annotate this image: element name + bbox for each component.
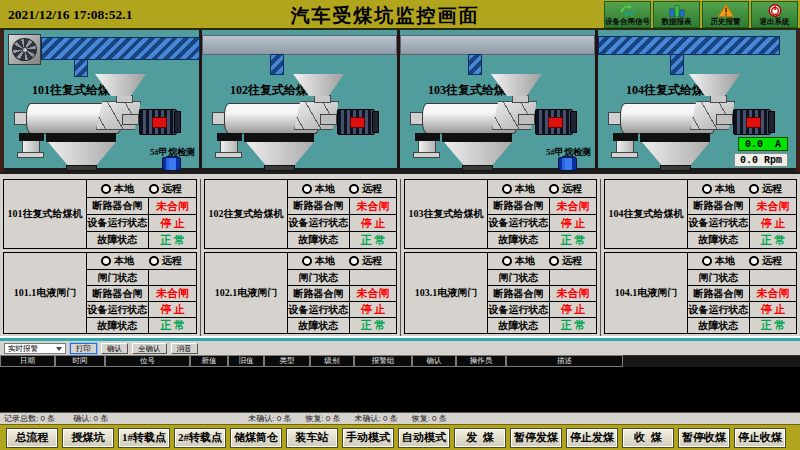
history-alarm-button[interactable]: 历史报警 [702,1,749,28]
radio-circle-icon[interactable] [749,256,759,266]
radio-circle-icon[interactable] [549,256,559,266]
pause-receive-coal-button[interactable]: 暂停收煤 [678,428,730,448]
feeder-panel-104: 104往复式给煤机 0.0 A 0.0 Rpm [598,30,796,172]
nav-silo-button[interactable]: 储煤筒仓 [230,428,282,448]
status-label: 设备运行状态 [687,301,749,317]
remote-radio[interactable]: 远程 [349,182,382,196]
send-coal-button[interactable]: 发 煤 [454,428,506,448]
nav-transfer1-button[interactable]: 1#转载点 [118,428,170,448]
status-value: 正 常 [549,231,596,248]
coupler [518,114,535,125]
feeder-panel-102: 102往复式给煤机 [202,30,400,172]
auto-mode-button[interactable]: 自动模式 [398,428,450,448]
nav-transfer2-button[interactable]: 2#转载点 [174,428,226,448]
status-value: 未合闸 [549,197,596,214]
local-radio[interactable]: 本地 [101,182,134,196]
status-value: 未合闸 [749,285,796,301]
alarm-list-area[interactable] [0,367,800,412]
radio-circle-icon[interactable] [549,184,559,194]
radio-circle-icon[interactable] [502,184,512,194]
nav-overview-button[interactable]: 总流程 [6,428,58,448]
status-label: 设备运行状态 [287,301,349,317]
status-label: 设备运行状态 [487,301,549,317]
discharge-hopper [48,142,116,167]
local-radio[interactable]: 本地 [702,182,735,196]
device-close-signal-button[interactable]: 设备合闸信号 [604,1,651,28]
feeder-status-block: 101往复式给煤机 本地 远程 断路器合闸 未合闸 设备运行状态 停 止 故障状… [3,179,197,249]
radio-circle-icon[interactable] [149,184,159,194]
data-report-button[interactable]: 数据报表 [653,1,700,28]
remote-radio[interactable]: 远程 [149,254,182,268]
discharge-outlet [264,165,295,171]
nav-coal-pit-button[interactable]: 授煤坑 [62,428,114,448]
status-label: 设备运行状态 [86,301,148,317]
status-value [749,269,796,285]
receive-coal-button[interactable]: 收 煤 [622,428,674,448]
remote-radio[interactable]: 远程 [349,254,382,268]
stop-send-coal-button[interactable]: 停止发煤 [566,428,618,448]
status-value: 正 常 [148,317,196,333]
stop-receive-coal-button[interactable]: 停止收煤 [734,428,786,448]
remote-radio[interactable]: 远程 [749,254,782,268]
radio-circle-icon[interactable] [702,184,712,194]
print-button[interactable]: 打印 [70,343,97,354]
motor-indicator [746,117,761,128]
exit-system-button[interactable]: 退出系统 [751,1,798,28]
hopper-neck [116,95,133,103]
radio-circle-icon[interactable] [101,256,111,266]
alarm-filter-dropdown[interactable]: 实时报警 [4,343,66,354]
radio-circle-icon[interactable] [101,184,111,194]
local-radio[interactable]: 本地 [702,254,735,268]
status-label: 故障状态 [287,231,349,248]
radio-circle-icon[interactable] [302,256,312,266]
radio-circle-icon[interactable] [349,256,359,266]
local-radio[interactable]: 本地 [101,254,134,268]
status-column-101: 101往复式给煤机 本地 远程 断路器合闸 未合闸 设备运行状态 停 止 故障状… [0,179,200,336]
remote-radio[interactable]: 远程 [549,254,582,268]
local-radio[interactable]: 本地 [302,254,335,268]
mode-select-row: 本地 远程 [487,180,596,197]
ack-all-button[interactable]: 全确认 [132,343,167,354]
discharge-outlet [462,165,493,171]
motor-cap [570,111,577,133]
radio-circle-icon[interactable] [502,256,512,266]
device-name: 104.1电液闸门 [605,253,687,333]
status-label: 故障状态 [86,317,148,333]
radio-circle-icon[interactable] [302,184,312,194]
manual-mode-button[interactable]: 手动模式 [342,428,394,448]
local-radio[interactable]: 本地 [302,182,335,196]
pause-send-coal-button[interactable]: 暂停发煤 [510,428,562,448]
remote-radio[interactable]: 远程 [749,182,782,196]
radio-circle-icon[interactable] [149,256,159,266]
hopper-neck [314,95,331,103]
clamp-band [415,133,440,141]
local-radio[interactable]: 本地 [502,182,535,196]
column-header: 操作员 [456,355,506,367]
motor-indicator [152,117,167,128]
status-label: 设备运行状态 [287,214,349,231]
status-value: 停 止 [749,301,796,317]
remote-radio[interactable]: 远程 [549,182,582,196]
radio-circle-icon[interactable] [702,256,712,266]
alarm-count-item: 未确认: 0 条 [248,413,291,424]
status-value: 正 常 [749,231,796,248]
remote-radio[interactable]: 远程 [149,182,182,196]
mode-select-row: 本地 远程 [687,180,796,197]
status-column-103: 103往复式给煤机 本地 远程 断路器合闸 未合闸 设备运行状态 停 止 故障状… [400,179,600,336]
mode-select-row: 本地 远程 [687,253,796,269]
status-value: 未合闸 [749,197,796,214]
status-label: 故障状态 [687,317,749,333]
ack-button[interactable]: 确认 [101,343,128,354]
title-bar: 2021/12/16 17:08:52.1 汽车受煤坑监控画面 设备合闸信号 数… [0,0,800,30]
radio-circle-icon[interactable] [349,184,359,194]
mode-select-row: 本地 远程 [287,180,396,197]
status-label: 断路器合闸 [86,285,148,301]
power-icon [768,3,782,17]
radio-circle-icon[interactable] [749,184,759,194]
equipment-graphics-band: 101往复式给煤机 5#甲烷检测 102往复式给煤机 103往复式给煤机 [0,30,800,172]
local-radio[interactable]: 本地 [502,254,535,268]
device-name: 103往复式给煤机 [405,180,487,248]
header-button-group: 设备合闸信号 数据报表 历史报警 [604,1,798,28]
nav-loading-station-button[interactable]: 装车站 [286,428,338,448]
silence-button[interactable]: 消音 [171,343,198,354]
